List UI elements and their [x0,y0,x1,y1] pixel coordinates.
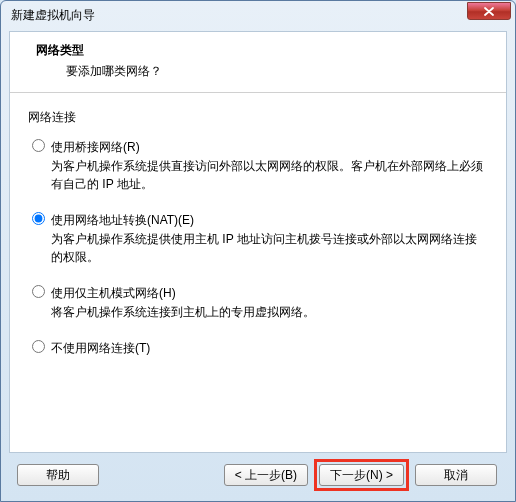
option-hostonly[interactable]: 使用仅主机模式网络(H) 将客户机操作系统连接到主机上的专用虚拟网络。 [28,284,488,321]
footer-right: < 上一步(B) 下一步(N) > 取消 [224,459,497,491]
option-label: 使用网络地址转换(NAT)(E) [51,211,488,229]
header-subtitle: 要添加哪类网络？ [10,59,506,80]
next-highlight: 下一步(N) > [314,459,409,491]
wizard-window: 新建虚拟机向导 网络类型 要添加哪类网络？ 网络连接 使用桥接网络(R) 为客户… [0,0,516,502]
content-panel: 网络类型 要添加哪类网络？ 网络连接 使用桥接网络(R) 为客户机操作系统提供直… [9,31,507,453]
close-button[interactable] [467,2,511,20]
radio-none[interactable] [32,340,45,353]
option-bridged[interactable]: 使用桥接网络(R) 为客户机操作系统提供直接访问外部以太网网络的权限。客户机在外… [28,138,488,193]
option-nat[interactable]: 使用网络地址转换(NAT)(E) 为客户机操作系统提供使用主机 IP 地址访问主… [28,211,488,266]
back-button[interactable]: < 上一步(B) [224,464,308,486]
wizard-body: 网络连接 使用桥接网络(R) 为客户机操作系统提供直接访问外部以太网网络的权限。… [10,93,506,391]
titlebar: 新建虚拟机向导 [1,1,515,29]
radio-nat[interactable] [32,212,45,225]
window-title: 新建虚拟机向导 [11,7,95,24]
wizard-header: 网络类型 要添加哪类网络？ [10,32,506,93]
help-button[interactable]: 帮助 [17,464,99,486]
option-label: 使用仅主机模式网络(H) [51,284,488,302]
next-button[interactable]: 下一步(N) > [319,464,404,486]
option-label: 不使用网络连接(T) [51,339,488,357]
cancel-button[interactable]: 取消 [415,464,497,486]
radio-hostonly[interactable] [32,285,45,298]
section-label: 网络连接 [28,109,488,126]
option-label: 使用桥接网络(R) [51,138,488,156]
close-icon [484,7,494,16]
option-none[interactable]: 不使用网络连接(T) [28,339,488,357]
option-desc: 将客户机操作系统连接到主机上的专用虚拟网络。 [51,303,488,321]
radio-bridged[interactable] [32,139,45,152]
option-desc: 为客户机操作系统提供直接访问外部以太网网络的权限。客户机在外部网络上必须有自己的… [51,157,488,193]
header-title: 网络类型 [10,42,506,59]
wizard-footer: 帮助 < 上一步(B) 下一步(N) > 取消 [9,457,507,493]
option-desc: 为客户机操作系统提供使用主机 IP 地址访问主机拨号连接或外部以太网网络连接的权… [51,230,488,266]
